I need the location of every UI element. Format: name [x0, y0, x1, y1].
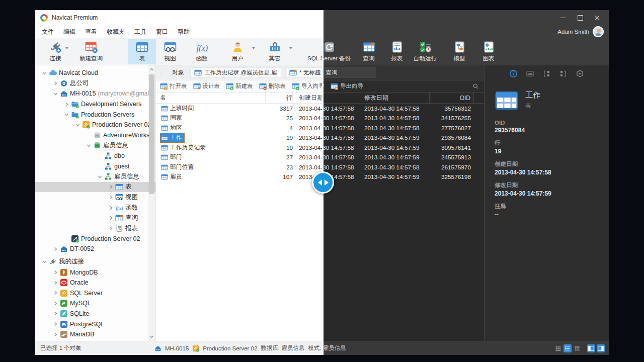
connection-tree: Navicat Cloud 总公司 MH-0015(marybrown@gmai… — [35, 65, 156, 341]
design-table-button[interactable]: 设计表 — [190, 82, 223, 90]
table-icon — [161, 154, 168, 161]
table-icon — [161, 134, 168, 141]
table-icon — [161, 105, 168, 112]
tree-item-reports[interactable]: 报表 — [35, 223, 155, 234]
tree-item-mysql[interactable]: MySQL — [35, 298, 155, 309]
column-modified[interactable]: 修改日期 — [362, 93, 430, 103]
tree-item-views[interactable]: 视图 — [35, 192, 155, 203]
tree-item-my-connections[interactable]: 我的连接 — [35, 257, 155, 267]
design-table-icon — [193, 82, 201, 90]
column-oid[interactable]: OID — [430, 93, 474, 103]
chevron-right-icon — [53, 311, 58, 316]
tree-item-guest[interactable]: guest — [35, 161, 155, 171]
report-button[interactable]: 报表 — [385, 39, 409, 64]
table-icon — [495, 88, 519, 113]
others-icon — [269, 41, 281, 53]
grid-view-icon[interactable] — [554, 344, 562, 352]
user-icon — [231, 41, 244, 53]
export-wizard-button[interactable]: 导出向导 — [328, 82, 366, 90]
schema-open-icon — [104, 172, 112, 180]
menu-edit[interactable]: 编辑 — [63, 28, 75, 36]
tree-item-sqlite[interactable]: SQLite — [35, 309, 155, 319]
tree-item-employee-info-schema[interactable]: 雇员信息 — [35, 171, 155, 182]
dependents-tab-icon[interactable] — [559, 69, 568, 78]
report-icon — [391, 41, 404, 53]
sidebar-scrollbar[interactable] — [148, 65, 155, 341]
menu-favorites[interactable]: 收藏夹 — [107, 28, 125, 36]
tree-item-postgresql[interactable]: PostgreSQL — [35, 319, 155, 329]
detail-view-icon[interactable] — [573, 344, 581, 352]
tree-item-tables[interactable]: 表 — [35, 182, 155, 193]
search-icon[interactable] — [472, 83, 479, 89]
dropdown-caret-icon — [289, 47, 292, 49]
open-table-button[interactable]: 打开表 — [157, 82, 190, 90]
tree-item-adventureworks[interactable]: AdventureWorks — [35, 130, 155, 141]
menu-tools[interactable]: 工具 — [134, 28, 146, 36]
scrollbar-thumb[interactable] — [149, 74, 154, 194]
minimize-button[interactable] — [554, 10, 572, 25]
tree-item-functions[interactable]: 函数 — [35, 203, 155, 213]
menu-view[interactable]: 查看 — [85, 28, 97, 36]
delete-table-button[interactable]: 删除表 — [256, 82, 289, 90]
tree-item-dbo[interactable]: dbo — [35, 151, 155, 161]
tree-item-production-servers[interactable]: Production Servers — [35, 109, 155, 120]
tab-table-job-history[interactable]: 工作历史记录 @雇员信息.雇... — [190, 67, 281, 78]
table-button[interactable]: 表 — [128, 39, 156, 64]
info-tab-icon[interactable] — [509, 69, 518, 78]
right-panel-toggle-icon[interactable] — [597, 344, 605, 352]
function-button[interactable]: 函数 — [188, 39, 216, 64]
new-query-button[interactable]: 新建查询 — [73, 39, 109, 64]
tree-item-production-server-02-alt[interactable]: Production Server 02 — [35, 234, 155, 244]
tree-item-mh-0015[interactable]: MH-0015(marybrown@gmai — [35, 88, 155, 99]
user-account[interactable]: Adam Smith — [557, 25, 604, 38]
tree-item-mariadb[interactable]: MariaDB — [35, 329, 155, 340]
list-view-icon[interactable] — [564, 344, 572, 352]
menu-window[interactable]: 窗口 — [156, 28, 168, 36]
new-table-button[interactable]: 新建表 — [223, 82, 256, 90]
tree-item-mongodb[interactable]: MongoDB — [35, 267, 155, 278]
theme-compare-slider[interactable] — [312, 171, 334, 194]
column-name[interactable]: 名 — [156, 93, 266, 103]
model-button[interactable]: 模型 — [448, 39, 471, 64]
automation-button[interactable]: 自动运行 — [409, 39, 442, 64]
object-info-panel: 工作 表 OID293576084 行19 创建日期2013-04-30 14:… — [484, 65, 609, 341]
reports-icon — [115, 224, 123, 232]
tree-item-head-office[interactable]: 总公司 — [35, 78, 155, 89]
left-panel-toggle-icon[interactable] — [587, 344, 595, 352]
scroll-up-icon[interactable] — [149, 67, 154, 72]
view-button[interactable]: 视图 — [156, 39, 184, 64]
scroll-down-icon[interactable] — [149, 334, 154, 339]
tree-item-production-server-02[interactable]: Production Server 02 — [35, 120, 155, 130]
sqlserver-connected-icon — [192, 345, 199, 352]
tree-item-navicat-cloud[interactable]: Navicat Cloud — [35, 68, 155, 78]
column-rows[interactable]: 行 — [266, 93, 293, 103]
menu-file[interactable]: 文件 — [42, 28, 54, 36]
menu-help[interactable]: 帮助 — [178, 28, 190, 36]
export-wizard-icon — [331, 82, 338, 90]
info-field-comment: 注释-- — [495, 203, 609, 218]
status-connection: MH-0015 — [165, 345, 189, 351]
connection-button[interactable]: 连接 — [41, 39, 69, 64]
depends-on-tab-icon[interactable] — [542, 69, 551, 78]
chevron-right-icon — [53, 332, 58, 337]
tree-item-oracle[interactable]: Oracle — [35, 278, 155, 288]
chevron-right-icon — [109, 216, 113, 220]
tree-item-development-servers[interactable]: Development Servers — [35, 99, 155, 110]
cloud-account-icon — [60, 245, 68, 253]
user-button[interactable]: 用户 — [219, 39, 256, 64]
ddl-tab-icon[interactable] — [526, 69, 534, 78]
maximize-button[interactable] — [572, 10, 589, 25]
tree-item-sql-server[interactable]: SQL Server — [35, 288, 155, 298]
tree-item-queries[interactable]: 查询 — [35, 213, 155, 223]
table-icon — [161, 164, 168, 171]
tree-item-dt-0052[interactable]: DT-0052 — [35, 244, 155, 254]
others-button[interactable]: 其它 — [256, 39, 293, 64]
tab-objects[interactable]: 对象 — [166, 67, 190, 78]
charts-button[interactable]: 图表 — [477, 39, 500, 64]
chevron-down-icon — [87, 143, 91, 148]
tree-item-employee-info-db[interactable]: 雇员信息 — [35, 140, 155, 151]
views-icon — [115, 193, 123, 201]
query-button[interactable]: 查询 — [357, 39, 380, 64]
close-button[interactable] — [589, 10, 606, 25]
member-of-tab-icon[interactable] — [576, 69, 584, 78]
